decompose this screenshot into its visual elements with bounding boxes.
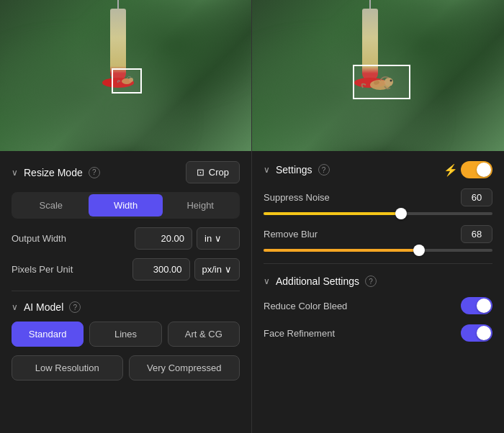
remove-blur-value[interactable]: 68 bbox=[461, 225, 492, 243]
svg-point-3 bbox=[384, 78, 393, 86]
ai-chevron-icon[interactable]: ∨ bbox=[12, 302, 18, 312]
ai-model-label: AI Model bbox=[24, 301, 63, 313]
face-refinement-label: Face Refinement bbox=[264, 328, 335, 339]
lightning-icon: ⚡ bbox=[444, 163, 458, 177]
suppress-noise-label: Suppress Noise bbox=[264, 192, 330, 203]
model-buttons-row2: Low Resolution Very Compressed bbox=[12, 355, 240, 380]
very-compressed-button[interactable]: Very Compressed bbox=[129, 355, 240, 380]
ai-help-icon[interactable]: ? bbox=[69, 301, 81, 313]
suppress-noise-track[interactable] bbox=[264, 212, 492, 215]
reduce-color-bleed-row: Reduce Color Bleed bbox=[264, 297, 492, 314]
lines-model-button[interactable]: Lines bbox=[89, 322, 161, 347]
remove-blur-section: Remove Blur 68 bbox=[264, 225, 492, 252]
face-refinement-thumb bbox=[477, 326, 491, 340]
remove-blur-thumb[interactable] bbox=[413, 245, 425, 256]
scale-button[interactable]: Scale bbox=[14, 194, 89, 216]
right-image-preview bbox=[252, 0, 504, 151]
width-button[interactable]: Width bbox=[89, 194, 163, 216]
remove-blur-fill bbox=[264, 249, 419, 252]
settings-toggle-thumb bbox=[477, 163, 491, 177]
left-image-preview bbox=[0, 0, 251, 151]
right-selection-box bbox=[353, 65, 410, 99]
ai-model-header: ∨ AI Model ? bbox=[12, 301, 240, 313]
resize-help-icon[interactable]: ? bbox=[89, 167, 100, 178]
settings-help-icon[interactable]: ? bbox=[318, 164, 330, 176]
reduce-color-bleed-label: Reduce Color Bleed bbox=[264, 301, 347, 311]
output-width-row: Output Width in ∨ bbox=[12, 227, 240, 250]
pixels-per-unit-label: Pixels Per Unit bbox=[12, 264, 73, 275]
resize-mode-row: ∨ Resize Mode ? ⊡ Crop bbox=[12, 161, 240, 183]
reduce-color-bleed-thumb bbox=[477, 298, 491, 313]
bird-icon bbox=[360, 72, 400, 94]
model-buttons-row1: Standard Lines Art & CG bbox=[12, 322, 240, 347]
low-resolution-button[interactable]: Low Resolution bbox=[12, 355, 123, 380]
crop-label: Crop bbox=[209, 167, 229, 178]
svg-point-1 bbox=[129, 78, 133, 82]
suppress-noise-fill bbox=[264, 212, 401, 215]
output-width-unit[interactable]: in ∨ bbox=[197, 227, 240, 250]
right-panel: ∨ Settings ? ⚡ Suppress Noise 60 bbox=[252, 0, 504, 433]
left-panel: ∨ Resize Mode ? ⊡ Crop Scale Width Heigh… bbox=[0, 0, 252, 433]
crop-button[interactable]: ⊡ Crop bbox=[186, 161, 240, 183]
output-width-label: Output Width bbox=[12, 233, 66, 244]
additional-settings-header: ∨ Additional Settings ? bbox=[264, 275, 492, 287]
reduce-color-bleed-toggle[interactable] bbox=[461, 297, 492, 314]
crop-icon: ⊡ bbox=[197, 167, 204, 178]
unit-chevron-icon: ∨ bbox=[215, 233, 222, 244]
settings-chevron-icon[interactable]: ∨ bbox=[264, 165, 270, 175]
additional-chevron-icon[interactable]: ∨ bbox=[264, 276, 270, 286]
pixels-per-unit-row: Pixels Per Unit px/in ∨ bbox=[12, 258, 240, 281]
right-controls: ∨ Settings ? ⚡ Suppress Noise 60 bbox=[252, 151, 504, 433]
face-refinement-row: Face Refinement bbox=[264, 324, 492, 342]
remove-blur-label: Remove Blur bbox=[264, 229, 318, 240]
suppress-noise-thumb[interactable] bbox=[395, 208, 407, 219]
divider-right bbox=[264, 263, 492, 264]
settings-toggle[interactable] bbox=[461, 161, 492, 178]
mode-buttons: Scale Width Height bbox=[12, 192, 240, 219]
remove-blur-track[interactable] bbox=[264, 249, 492, 252]
ppu-chevron-icon: ∨ bbox=[225, 264, 232, 275]
settings-label: Settings bbox=[276, 164, 312, 176]
output-width-input[interactable] bbox=[135, 227, 192, 250]
height-button[interactable]: Height bbox=[163, 194, 238, 216]
pixels-per-unit-input[interactable] bbox=[132, 258, 190, 281]
additional-settings-label: Additional Settings bbox=[276, 275, 359, 287]
svg-point-5 bbox=[390, 80, 392, 82]
divider bbox=[12, 291, 240, 291]
settings-header: ∨ Settings ? ⚡ bbox=[264, 161, 492, 178]
pixels-per-unit-unit[interactable]: px/in ∨ bbox=[194, 258, 240, 281]
resize-mode-label: Resize Mode bbox=[24, 167, 83, 178]
suppress-noise-value[interactable]: 60 bbox=[461, 188, 492, 206]
suppress-noise-section: Suppress Noise 60 bbox=[264, 188, 492, 215]
standard-model-button[interactable]: Standard bbox=[12, 322, 84, 347]
additional-help-icon[interactable]: ? bbox=[365, 275, 377, 287]
art-cg-model-button[interactable]: Art & CG bbox=[168, 322, 240, 347]
resize-chevron-icon[interactable]: ∨ bbox=[12, 168, 18, 178]
left-selection-box bbox=[112, 68, 142, 94]
face-refinement-toggle[interactable] bbox=[461, 324, 492, 342]
left-controls: ∨ Resize Mode ? ⊡ Crop Scale Width Heigh… bbox=[0, 151, 251, 433]
